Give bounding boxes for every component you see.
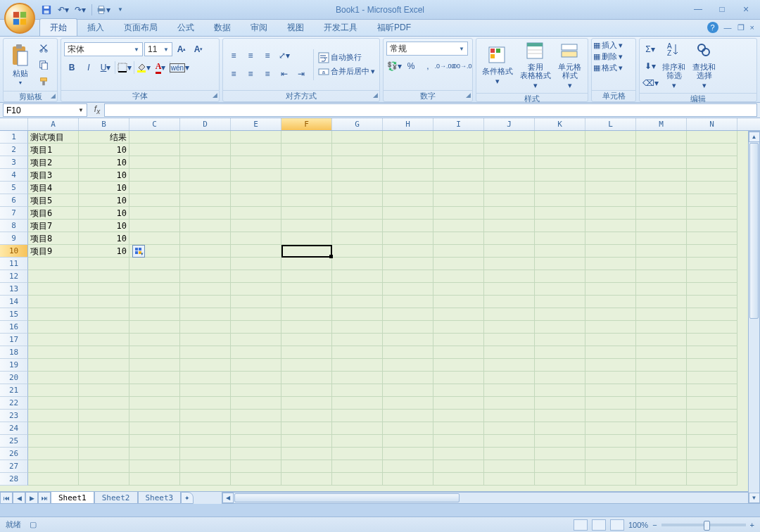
cell-K17[interactable] [535,334,585,346]
cell-H2[interactable] [383,144,433,156]
cell-C14[interactable] [129,296,180,308]
qat-redo[interactable]: ↷▾ [73,3,87,17]
cell-E7[interactable] [231,207,281,220]
shrink-font-button[interactable]: A▾ [191,42,206,57]
page-layout-view-button[interactable] [592,519,606,531]
align-bottom-button[interactable]: ≡ [260,48,275,63]
cell-M16[interactable] [636,321,687,334]
cell-I22[interactable] [433,397,484,410]
cell-J16[interactable] [484,321,535,334]
cell-E28[interactable] [231,473,281,486]
row-header-22[interactable]: 22 [0,397,28,410]
sheet-tab-Sheet2[interactable]: Sheet2 [94,492,138,504]
cell-G4[interactable] [332,169,383,182]
cell-C20[interactable] [129,372,180,384]
cell-B28[interactable] [79,473,129,486]
ribbon-tab-2[interactable]: 页面布局 [114,19,167,36]
align-center-button[interactable]: ≡ [243,66,258,82]
cell-G8[interactable] [332,220,383,232]
close-button[interactable]: × [737,3,754,15]
cell-C17[interactable] [129,334,180,346]
clear-button[interactable]: ⌫▾ [642,75,658,91]
doc-close[interactable]: × [750,23,754,32]
insert-cells-button[interactable]: ▦插入▾ [593,40,634,51]
cell-D18[interactable] [180,346,231,359]
ribbon-tab-0[interactable]: 开始 [39,18,77,36]
cell-N12[interactable] [687,270,737,283]
row-header-13[interactable]: 13 [0,283,28,296]
cell-K19[interactable] [535,359,585,372]
number-launcher[interactable]: ◢ [466,91,471,99]
cell-D8[interactable] [180,220,231,232]
cell-N27[interactable] [687,460,737,473]
cell-D7[interactable] [180,207,231,220]
cell-C13[interactable] [129,283,180,296]
cell-B23[interactable] [79,410,129,422]
ribbon-tab-6[interactable]: 视图 [277,19,314,36]
cell-I21[interactable] [433,384,484,397]
delete-cells-button[interactable]: ▦删除▾ [593,51,634,62]
cell-L20[interactable] [585,372,636,384]
cell-J13[interactable] [484,283,535,296]
cell-H15[interactable] [383,308,433,321]
cell-F15[interactable] [281,308,332,321]
row-header-12[interactable]: 12 [0,270,28,283]
font-name-combo[interactable]: 宋体▼ [64,42,143,56]
cell-L2[interactable] [585,144,636,156]
cell-C8[interactable] [129,220,180,232]
cell-G1[interactable] [332,131,383,144]
cell-A13[interactable] [28,283,79,296]
cell-K21[interactable] [535,384,585,397]
cell-B18[interactable] [79,346,129,359]
cell-N17[interactable] [687,334,737,346]
ribbon-tab-4[interactable]: 数据 [204,19,241,36]
cell-E27[interactable] [231,460,281,473]
align-left-button[interactable]: ≡ [226,66,241,82]
cell-J6[interactable] [484,194,535,207]
cell-L10[interactable] [585,245,636,258]
cell-M15[interactable] [636,308,687,321]
cut-button[interactable] [36,40,51,56]
cell-M5[interactable] [636,182,687,194]
cell-G14[interactable] [332,296,383,308]
cell-B21[interactable] [79,384,129,397]
cell-L3[interactable] [585,156,636,169]
cell-I24[interactable] [433,422,484,435]
cell-I19[interactable] [433,359,484,372]
cell-F11[interactable] [281,258,332,270]
cell-K16[interactable] [535,321,585,334]
cell-M26[interactable] [636,448,687,460]
cell-K14[interactable] [535,296,585,308]
col-header-B[interactable]: B [79,118,129,130]
cell-H10[interactable] [383,245,433,258]
scroll-up-button[interactable]: ▲ [749,132,760,142]
cell-D26[interactable] [180,448,231,460]
row-header-23[interactable]: 23 [0,410,28,422]
cell-N23[interactable] [687,410,737,422]
cell-H1[interactable] [383,131,433,144]
autofill-options-button[interactable] [132,245,145,258]
cell-B1[interactable]: 结果 [79,131,129,144]
cell-B7[interactable]: 10 [79,207,129,220]
cell-F12[interactable] [281,270,332,283]
cell-M10[interactable] [636,245,687,258]
cell-E25[interactable] [231,435,281,448]
row-header-21[interactable]: 21 [0,384,28,397]
row-header-3[interactable]: 3 [0,156,28,169]
cell-B8[interactable]: 10 [79,220,129,232]
row-header-4[interactable]: 4 [0,169,28,182]
cell-E23[interactable] [231,410,281,422]
row-header-11[interactable]: 11 [0,258,28,270]
cell-N6[interactable] [687,194,737,207]
cell-D9[interactable] [180,232,231,245]
cell-I3[interactable] [433,156,484,169]
cell-F17[interactable] [281,334,332,346]
cell-K2[interactable] [535,144,585,156]
autosum-button[interactable]: Σ▾ [642,42,658,57]
cell-M13[interactable] [636,283,687,296]
cell-M8[interactable] [636,220,687,232]
formula-input[interactable] [104,103,757,117]
cell-E18[interactable] [231,346,281,359]
cell-N10[interactable] [687,245,737,258]
cell-H6[interactable] [383,194,433,207]
